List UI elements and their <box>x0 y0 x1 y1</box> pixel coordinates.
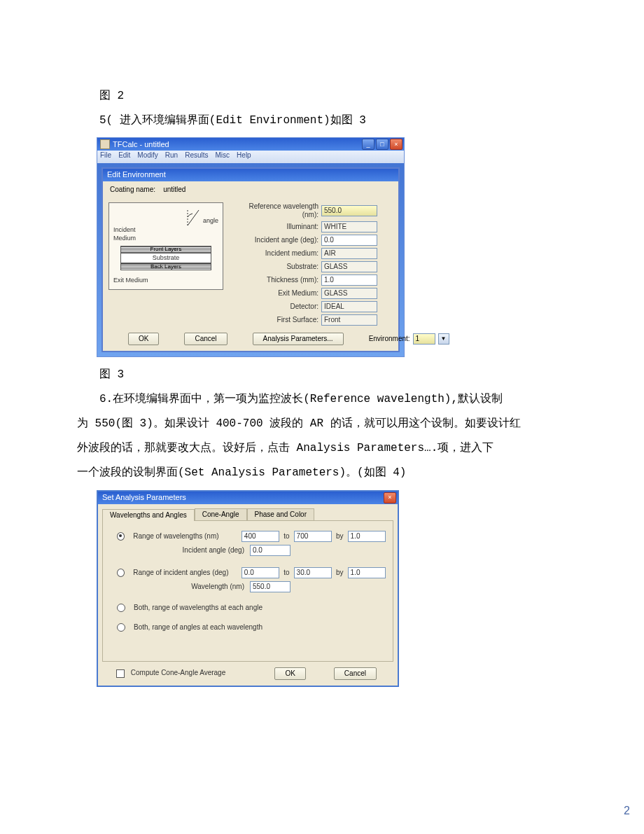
close-button[interactable]: × <box>384 492 396 503</box>
by-label-1: by <box>336 532 344 541</box>
dialog-title: Set Analysis Parameters <box>102 493 186 502</box>
environment-dropdown-icon[interactable]: ▼ <box>438 333 449 345</box>
tfcalc-window: TFCalc - untitled _ □ × File Edit Modify… <box>97 137 405 356</box>
coating-name-label: Coating name: <box>110 186 155 193</box>
exit-medium-input[interactable]: GLASS <box>321 288 377 299</box>
wavelength-label-2: Wavelength (nm) <box>132 583 246 591</box>
exit-medium-label: Exit Medium <box>113 276 218 285</box>
range-wavelengths-label: Range of wavelengths (nm) <box>133 532 237 541</box>
menu-bar: File Edit Modify Run Results Misc Help <box>97 151 404 163</box>
layer-stack-diagram: angle Incident Medium Front Layers Subst… <box>108 202 223 290</box>
wavelength-to-input[interactable]: 700 <box>294 531 332 542</box>
tab-cone-angle[interactable]: Cone-Angle <box>195 508 247 521</box>
detector-label: Detector: <box>234 303 318 311</box>
illuminant-label: Illuminant: <box>234 223 318 231</box>
medium-label: Medium <box>113 234 218 243</box>
incident-medium-input[interactable]: AIR <box>321 248 377 259</box>
inc-angle-label-1: Incident angle (deg) <box>132 546 246 555</box>
wavelength-input-2[interactable]: 550.0 <box>250 581 290 592</box>
exit-medium-field-label: Exit Medium: <box>234 289 318 298</box>
illuminant-input[interactable]: WHITE <box>321 221 377 232</box>
coating-name-value: untitled <box>163 186 186 193</box>
coating-name-row: Coating name: untitled <box>110 186 398 194</box>
incident-medium-label: Incident medium: <box>234 249 318 258</box>
ok-button[interactable]: OK <box>128 333 159 345</box>
set-analysis-dialog: Set Analysis Parameters × Wavelengths an… <box>97 490 399 687</box>
minimize-button[interactable]: _ <box>362 139 374 150</box>
fig2-caption: 图 2 <box>77 84 567 109</box>
radio-range-wavelengths[interactable] <box>117 532 125 541</box>
range-angles-label: Range of incident angles (deg) <box>133 569 237 577</box>
menu-help[interactable]: Help <box>237 151 251 162</box>
incident-label: Incident <box>113 225 218 235</box>
angle-to-input[interactable]: 30.0 <box>294 567 332 578</box>
both-wavelengths-label: Both, range of wavelengths at each angle <box>134 604 262 612</box>
thickness-input[interactable]: 1.0 <box>321 274 377 286</box>
angle-icon <box>174 207 202 225</box>
environment-fields: Reference wavelength (nm): 550.0 Illumin… <box>234 202 393 326</box>
tab-phase-color[interactable]: Phase and Color <box>247 508 315 521</box>
angle-by-input[interactable]: 1.0 <box>348 567 386 578</box>
para-6d: 一个波段的设制界面(Set Analysis Parameters)。(如图 4… <box>77 461 567 485</box>
first-surface-label: First Surface: <box>234 316 318 324</box>
wavelength-from-input[interactable]: 400 <box>241 531 279 542</box>
dialog-titlebar: Set Analysis Parameters × <box>98 492 398 504</box>
tab-body: Range of wavelengths (nm) 400 to 700 by … <box>102 521 393 662</box>
compute-cone-checkbox[interactable] <box>116 669 125 678</box>
substrate-input[interactable]: GLASS <box>321 261 377 272</box>
figure-4: Set Analysis Parameters × Wavelengths an… <box>97 490 399 687</box>
para-5: 5( 进入环境编辑界面(Edit Environment)如图 3 <box>77 109 567 133</box>
wavelength-by-input[interactable]: 1.0 <box>348 531 386 542</box>
dialog-title: Edit Environment <box>103 169 398 181</box>
first-surface-input[interactable]: Front <box>321 314 377 326</box>
menu-results[interactable]: Results <box>185 151 208 162</box>
compute-cone-label: Compute Cone-Angle Average <box>131 669 225 676</box>
inc-angle-input-1[interactable]: 0.0 <box>250 545 290 556</box>
fig3-caption: 图 3 <box>77 363 567 387</box>
para-6c: 外波段的话，那就要改大点。设好后，点击 Analysis Parameters…… <box>77 436 567 461</box>
ref-wavelength-input[interactable]: 550.0 <box>321 205 377 216</box>
substrate-bar: Substrate <box>120 253 211 263</box>
both-angles-label: Both, range of angles at each wavelength <box>134 623 262 632</box>
window-title: TFCalc - untitled <box>113 140 169 149</box>
figure-3: TFCalc - untitled _ □ × File Edit Modify… <box>97 137 405 356</box>
to-label-1: to <box>284 532 289 541</box>
menu-misc[interactable]: Misc <box>216 151 230 162</box>
angle-label: angle <box>203 216 218 225</box>
ref-wavelength-label: Reference wavelength (nm): <box>234 202 318 219</box>
app-icon <box>100 139 110 149</box>
menu-modify[interactable]: Modify <box>137 151 158 162</box>
radio-both-wavelengths[interactable] <box>117 604 125 612</box>
menu-file[interactable]: File <box>100 151 111 162</box>
tab-wavelengths[interactable]: Wavelengths and Angles <box>102 509 195 521</box>
environment-select[interactable]: 1 <box>413 333 435 345</box>
cancel-button[interactable]: Cancel <box>334 667 377 680</box>
radio-both-angles[interactable] <box>117 623 125 632</box>
angle-from-input[interactable]: 0.0 <box>241 567 279 578</box>
svg-line-1 <box>188 210 199 225</box>
maximize-button[interactable]: □ <box>376 139 388 150</box>
environment-label: Environment: <box>369 335 410 343</box>
para-6a: 6.在环境编辑界面中，第一项为监控波长(Reference wavelength… <box>77 387 567 412</box>
back-layers-bar: Back Layers <box>120 263 211 270</box>
substrate-label: Substrate: <box>234 263 318 271</box>
cancel-button[interactable]: Cancel <box>184 333 227 345</box>
incident-angle-label: Incident angle (deg): <box>234 236 318 244</box>
tab-row: Wavelengths and Angles Cone-Angle Phase … <box>102 508 393 521</box>
thickness-label: Thickness (mm): <box>234 276 318 284</box>
menu-run[interactable]: Run <box>165 151 178 162</box>
analysis-parameters-button[interactable]: Analysis Parameters... <box>253 333 344 345</box>
close-button[interactable]: × <box>390 139 402 150</box>
radio-range-angles[interactable] <box>117 569 125 577</box>
to-label-2: to <box>284 569 289 577</box>
para-6b: 为 550(图 3)。如果设计 400-700 波段的 AR 的话，就可以用这个… <box>77 412 567 436</box>
detector-input[interactable]: IDEAL <box>321 301 377 312</box>
menu-edit[interactable]: Edit <box>118 151 130 162</box>
incident-angle-input[interactable]: 0.0 <box>321 235 377 246</box>
front-layers-bar: Front Layers <box>120 246 211 253</box>
ok-button[interactable]: OK <box>274 667 305 680</box>
by-label-2: by <box>336 569 344 577</box>
edit-environment-dialog: Edit Environment Coating name: untitled <box>102 167 400 352</box>
window-titlebar: TFCalc - untitled _ □ × <box>97 138 404 151</box>
